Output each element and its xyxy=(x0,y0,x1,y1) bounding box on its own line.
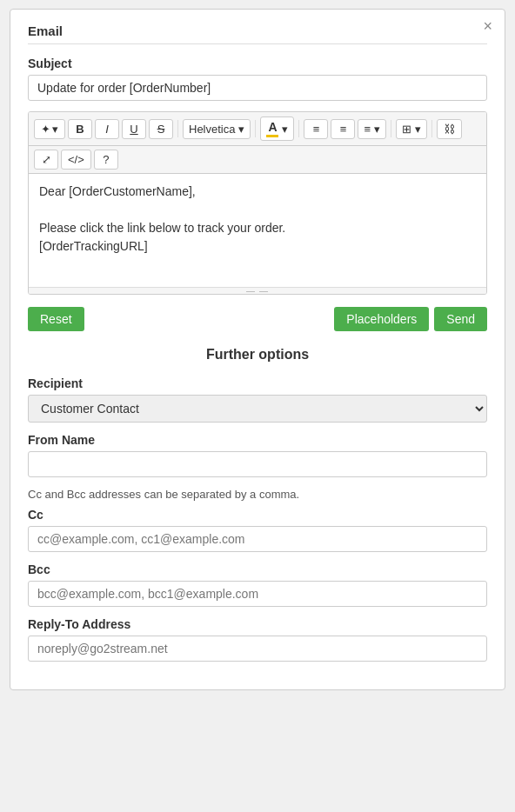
modal-title: Email xyxy=(28,23,487,44)
code-button[interactable]: </> xyxy=(61,150,91,170)
placeholders-button[interactable]: Placeholders xyxy=(334,307,429,331)
expand-button[interactable]: ⤢ xyxy=(34,150,58,170)
reply-to-input[interactable] xyxy=(28,636,487,662)
reply-to-group: Reply-To Address xyxy=(28,617,487,662)
magic-button[interactable]: ✦ ▾ xyxy=(34,119,65,139)
expand-icon: ⤢ xyxy=(42,153,51,166)
reply-to-label: Reply-To Address xyxy=(28,617,487,631)
bold-button[interactable]: B xyxy=(68,119,92,139)
action-buttons-row: Reset Placeholders Send xyxy=(28,307,487,331)
link-button[interactable]: ⛓ xyxy=(437,119,462,139)
reset-button[interactable]: Reset xyxy=(28,307,84,331)
underline-icon: U xyxy=(130,123,137,136)
align-icon: ≡ xyxy=(364,123,371,136)
strikethrough-icon: S xyxy=(157,123,165,136)
table-icon: ⊞ xyxy=(402,123,411,136)
further-options-title: Further options xyxy=(28,347,487,363)
italic-button[interactable]: I xyxy=(95,119,119,139)
recipient-label: Recipient xyxy=(28,376,487,390)
color-dropdown-icon: ▾ xyxy=(282,123,288,136)
table-dropdown-button[interactable]: ⊞ ▾ xyxy=(396,119,427,139)
recipient-group: Recipient Customer Contact Billing Conta… xyxy=(28,376,487,423)
resize-icon: — — xyxy=(246,286,269,295)
toolbar-row2: ⤢ </> ? xyxy=(29,146,486,174)
from-name-input[interactable] xyxy=(28,451,487,477)
toolbar-sep4 xyxy=(391,120,391,137)
bcc-input[interactable] xyxy=(28,581,487,607)
editor-line3: Please click the link below to track you… xyxy=(39,219,476,237)
toolbar-row1: ✦ ▾ B I U S Helvetica ▾ A xyxy=(29,112,486,146)
editor-area[interactable]: Dear [OrderCustomerName], Please click t… xyxy=(29,174,486,287)
color-dropdown-button[interactable]: A ▾ xyxy=(260,116,294,141)
cc-label: Cc xyxy=(28,508,487,522)
right-buttons: Placeholders Send xyxy=(334,307,487,331)
color-icon: A xyxy=(266,120,278,137)
send-button[interactable]: Send xyxy=(434,307,487,331)
editor-line2 xyxy=(39,201,476,219)
align-dropdown-button[interactable]: ≡ ▾ xyxy=(358,119,386,139)
bold-icon: B xyxy=(76,123,84,136)
subject-group: Subject xyxy=(28,57,487,101)
font-label: Helvetica xyxy=(189,123,235,136)
toolbar-sep3 xyxy=(298,120,299,137)
further-options-section: Further options Recipient Customer Conta… xyxy=(28,347,487,662)
editor-wrapper: ✦ ▾ B I U S Helvetica ▾ A xyxy=(28,111,487,295)
font-dropdown-button[interactable]: Helvetica ▾ xyxy=(183,119,251,139)
list-ol-icon: ≡ xyxy=(340,123,347,136)
editor-line4: [OrderTrackingURL] xyxy=(39,237,476,256)
email-modal: Email × Subject ✦ ▾ B I U S xyxy=(10,9,505,690)
strikethrough-button[interactable]: S xyxy=(149,119,173,139)
list-ol-button[interactable]: ≡ xyxy=(331,119,355,139)
bcc-label: Bcc xyxy=(28,562,487,576)
help-button[interactable]: ? xyxy=(94,150,118,170)
subject-input[interactable] xyxy=(28,75,487,101)
link-icon: ⛓ xyxy=(444,123,455,136)
underline-button[interactable]: U xyxy=(122,119,146,139)
magic-dropdown-icon: ▾ xyxy=(52,123,58,136)
table-dropdown-icon: ▾ xyxy=(415,123,421,136)
toolbar-sep1 xyxy=(177,120,178,137)
toolbar-sep2 xyxy=(255,120,256,137)
subject-label: Subject xyxy=(28,57,487,70)
close-button[interactable]: × xyxy=(483,18,492,34)
magic-icon: ✦ xyxy=(41,123,50,136)
align-dropdown-icon: ▾ xyxy=(374,123,380,136)
cc-bcc-helper-text: Cc and Bcc addresses can be separated by… xyxy=(28,488,487,501)
resize-handle[interactable]: — — xyxy=(29,287,486,294)
list-ul-icon: ≡ xyxy=(313,123,320,136)
toolbar-sep5 xyxy=(431,120,432,137)
cc-input[interactable] xyxy=(28,526,487,552)
font-dropdown-icon: ▾ xyxy=(238,123,244,136)
bcc-group: Bcc xyxy=(28,562,487,607)
from-name-label: From Name xyxy=(28,433,487,447)
recipient-select[interactable]: Customer Contact Billing Contact Other xyxy=(28,395,487,423)
italic-icon: I xyxy=(105,123,109,136)
from-name-group: From Name xyxy=(28,433,487,477)
editor-line1: Dear [OrderCustomerName], xyxy=(39,183,476,201)
cc-group: Cc xyxy=(28,508,487,552)
list-ul-button[interactable]: ≡ xyxy=(304,119,328,139)
